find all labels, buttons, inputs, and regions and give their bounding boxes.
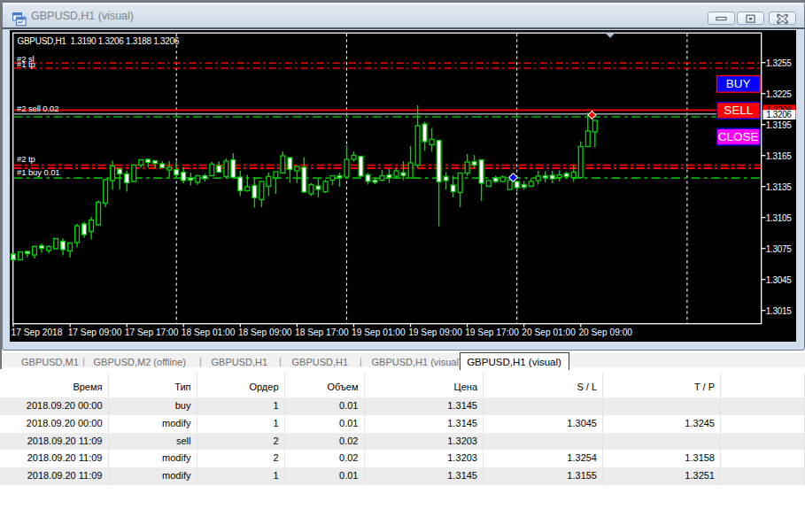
svg-text:17 Sep 09:00: 17 Sep 09:00 [68, 328, 122, 337]
svg-text:1.3165: 1.3165 [766, 151, 793, 161]
svg-text:1.3015: 1.3015 [766, 306, 793, 316]
svg-text:1.3105: 1.3105 [766, 213, 793, 223]
svg-text:18 Sep 09:00: 18 Sep 09:00 [238, 328, 292, 337]
svg-text:1.3225: 1.3225 [766, 89, 793, 99]
svg-text:#1 tp: #1 tp [17, 59, 35, 69]
svg-text:19 Sep 09:00: 19 Sep 09:00 [408, 328, 462, 337]
svg-text:CLOSE: CLOSE [718, 130, 759, 143]
svg-text:17 Sep 17:00: 17 Sep 17:00 [125, 328, 179, 337]
svg-text:#2 sell 0.02: #2 sell 0.02 [17, 104, 58, 113]
svg-text:20 Sep 09:00: 20 Sep 09:00 [578, 328, 632, 337]
svg-text:18 Sep 01:00: 18 Sep 01:00 [182, 328, 236, 337]
svg-text:19 Sep 01:00: 19 Sep 01:00 [352, 328, 406, 337]
svg-text:1.3255: 1.3255 [766, 58, 793, 68]
svg-text:17 Sep 2018: 17 Sep 2018 [12, 328, 63, 337]
svg-text:1.3045: 1.3045 [766, 275, 793, 285]
svg-text:20 Sep 01:00: 20 Sep 01:00 [522, 328, 576, 337]
svg-text:1.3206: 1.3206 [766, 110, 792, 120]
svg-text:18 Sep 17:00: 18 Sep 17:00 [295, 328, 349, 337]
svg-text:1.3195: 1.3195 [766, 120, 793, 130]
svg-text:BUY: BUY [726, 77, 751, 90]
svg-text:#1 buy 0.01: #1 buy 0.01 [17, 167, 60, 177]
svg-text:1.3135: 1.3135 [766, 182, 793, 192]
svg-text:19 Sep 17:00: 19 Sep 17:00 [465, 328, 519, 337]
svg-text:1.3075: 1.3075 [766, 244, 793, 254]
svg-text:SELL: SELL [724, 104, 754, 117]
svg-text:GBPUSD,H1 1.3190 1.3206 1.318: GBPUSD,H1 1.3190 1.3206 1.3188 1.3206 [18, 36, 180, 46]
svg-text:#2 tp: #2 tp [17, 154, 35, 164]
